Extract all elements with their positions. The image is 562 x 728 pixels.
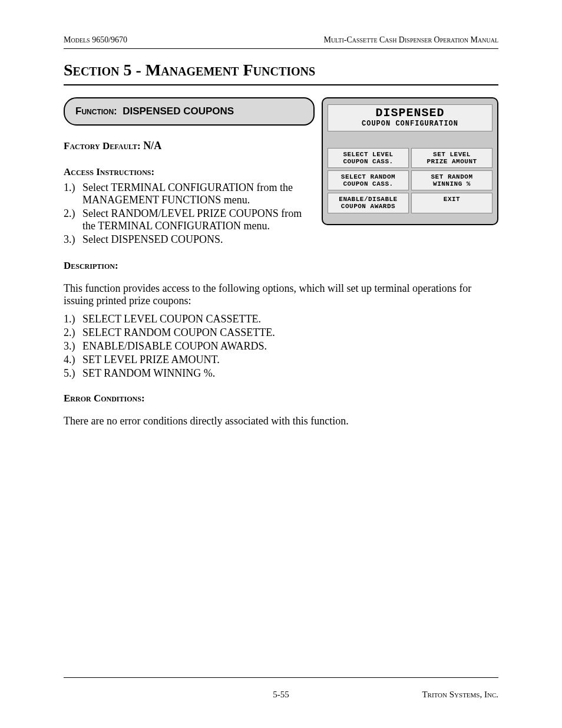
error-conditions-block: Error Conditions: There are no error con… (64, 393, 498, 427)
page-number: 5-55 (64, 690, 498, 700)
desc-item-3: ENABLE/DISABLE COUPON AWARDS. (80, 340, 498, 353)
factory-default-value: N/A (143, 140, 161, 151)
function-label: Function: (75, 106, 117, 117)
page-footer: 5-55 Triton Systems, Inc. (64, 677, 498, 700)
desc-item-5: SET RANDOM WINNING %. (80, 367, 498, 380)
desc-item-4: SET LEVEL PRIZE AMOUNT. (80, 354, 498, 366)
header-left: Models 9650/9670 (64, 35, 127, 45)
section-title: Section 5 - Management Functions (64, 61, 498, 80)
desc-item-2: SELECT RANDOM COUPON CASSETTE. (80, 327, 498, 339)
header-rule (64, 48, 498, 49)
footer-rule (64, 677, 498, 678)
function-label-box: Function: DISPENSED COUPONS (64, 97, 315, 126)
header-right: Multi-Cassette Cash Dispenser Operation … (323, 35, 498, 45)
access-instructions-list: Select TERMINAL CONFIGURATION from the M… (64, 182, 498, 246)
description-block: Description: This function provides acce… (64, 260, 498, 380)
footer-row: 5-55 Triton Systems, Inc. (64, 690, 498, 700)
page-header: Models 9650/9670 Multi-Cassette Cash Dis… (64, 35, 498, 47)
access-step-3: Select DISPENSED COUPONS. (80, 233, 498, 246)
function-value: DISPENSED COUPONS (123, 106, 234, 117)
factory-default-label: Factory Default: (64, 140, 141, 151)
desc-item-1: SELECT LEVEL COUPON CASSETTE. (80, 313, 498, 325)
error-conditions-paragraph: There are no error conditions directly a… (64, 415, 498, 427)
access-step-2: Select RANDOM/LEVEL PRIZE COUPONS from t… (80, 207, 498, 232)
section-rule (64, 84, 498, 85)
description-paragraph: This function provides access to the fol… (64, 282, 498, 307)
screen-subtitle: COUPON CONFIGURATION (328, 120, 492, 127)
btn-set-level-prize-amount[interactable]: SET LEVEL PRIZE AMOUNT (411, 148, 492, 168)
description-label: Description: (64, 260, 498, 272)
page: Models 9650/9670 Multi-Cassette Cash Dis… (0, 0, 562, 728)
screen-header: DISPENSED COUPON CONFIGURATION (328, 104, 492, 131)
description-list: SELECT LEVEL COUPON CASSETTE. SELECT RAN… (64, 313, 498, 380)
screen-title: DISPENSED (328, 107, 492, 119)
error-conditions-label: Error Conditions: (64, 393, 498, 404)
btn-select-level-coupon-cass[interactable]: SELECT LEVEL COUPON CASS. (328, 148, 409, 168)
access-step-1: Select TERMINAL CONFIGURATION from the M… (80, 182, 498, 206)
